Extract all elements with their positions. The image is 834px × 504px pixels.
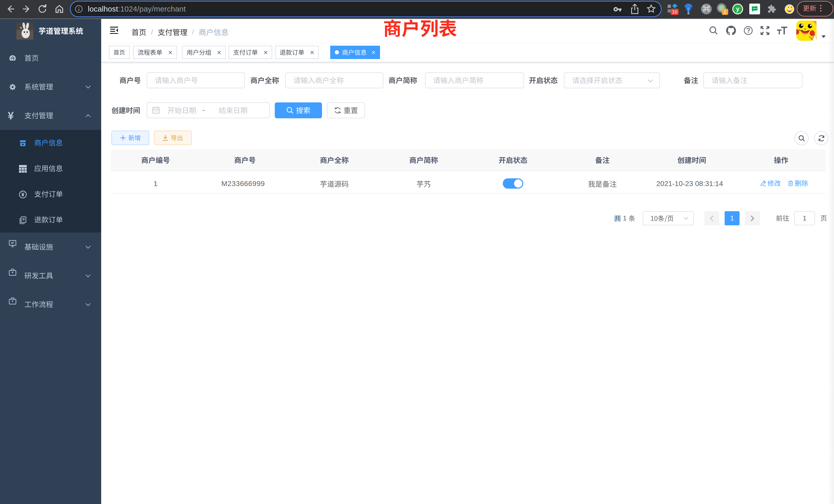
svg-text:y: y — [736, 6, 740, 12]
svg-text:10: 10 — [672, 9, 677, 15]
svg-text:1: 1 — [724, 9, 726, 15]
